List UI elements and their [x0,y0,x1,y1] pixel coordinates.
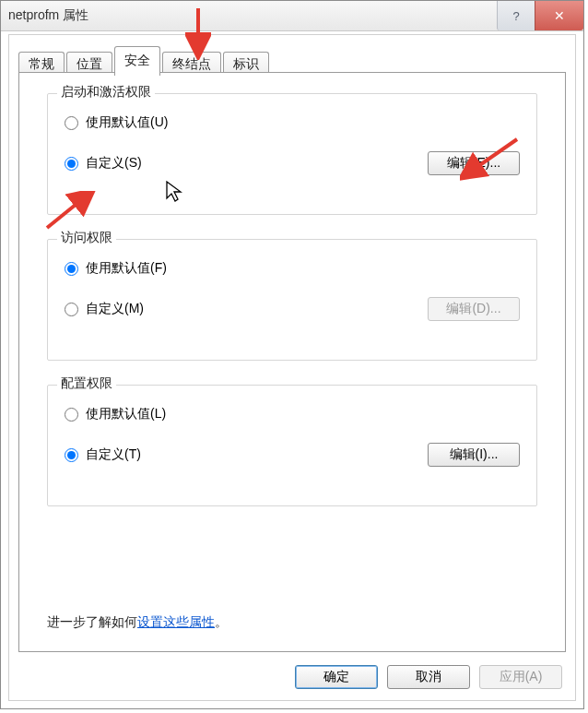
row-custom: 自定义(M) 编辑(D)... [65,297,520,321]
close-button[interactable]: ✕ [535,1,583,30]
help-button[interactable]: ? [497,1,535,30]
group-legend: 访问权限 [57,230,116,246]
row-default: 使用默认值(U) [65,114,520,131]
radio-label: 自定义(M) [86,301,144,317]
dialog-window: netprofm 属性 ? ✕ 常规 位置 安全 终结点 标识 启动和激活权限 … [0,0,584,709]
row-default: 使用默认值(L) [65,406,520,422]
radio-label: 自定义(T) [86,446,141,463]
radio-access-default[interactable]: 使用默认值(F) [65,260,167,277]
window-title: netprofm 属性 [1,7,88,24]
edit-config-button[interactable]: 编辑(I)... [428,443,520,467]
radio-input[interactable] [65,448,78,462]
help-prefix: 进一步了解如何 [47,614,137,629]
radio-config-custom[interactable]: 自定义(T) [65,446,141,463]
dialog-buttons: 确定 取消 应用(A) [295,665,562,689]
radio-label: 使用默认值(U) [86,114,168,131]
radio-input[interactable] [65,408,78,422]
radio-input[interactable] [65,303,78,316]
radio-input[interactable] [65,262,78,276]
help-link-line: 进一步了解如何设置这些属性。 [47,614,228,631]
radio-config-default[interactable]: 使用默认值(L) [65,406,166,422]
titlebar-buttons: ? ✕ [497,1,583,30]
group-config: 配置权限 使用默认值(L) 自定义(T) 编辑(I)... [47,385,537,506]
group-access: 访问权限 使用默认值(F) 自定义(M) 编辑(D)... [47,239,537,361]
tab-pane-security: 启动和激活权限 使用默认值(U) 自定义(S) 编辑(E)... [18,72,566,652]
radio-access-custom[interactable]: 自定义(M) [65,301,144,317]
radio-label: 使用默认值(L) [86,406,166,422]
group-legend: 启动和激活权限 [57,84,155,101]
help-suffix: 。 [215,614,228,629]
edit-launch-button[interactable]: 编辑(E)... [428,151,520,175]
radio-input[interactable] [65,116,78,130]
row-default: 使用默认值(F) [65,260,520,277]
titlebar: netprofm 属性 ? ✕ [1,1,583,31]
help-link[interactable]: 设置这些属性 [137,614,215,629]
cancel-button[interactable]: 取消 [387,665,470,689]
radio-launch-custom[interactable]: 自定义(S) [65,155,142,172]
radio-label: 自定义(S) [86,155,142,172]
radio-launch-default[interactable]: 使用默认值(U) [65,114,168,131]
radio-input[interactable] [65,157,78,171]
tab-security[interactable]: 安全 [114,46,160,76]
radio-label: 使用默认值(F) [86,260,167,277]
apply-button: 应用(A) [479,665,562,689]
ok-button[interactable]: 确定 [295,665,378,689]
row-custom: 自定义(S) 编辑(E)... [65,151,520,175]
group-legend: 配置权限 [57,375,116,392]
client-area: 常规 位置 安全 终结点 标识 启动和激活权限 使用默认值(U) [8,34,576,701]
row-custom: 自定义(T) 编辑(I)... [65,443,520,467]
group-launch-activation: 启动和激活权限 使用默认值(U) 自定义(S) 编辑(E)... [47,93,537,215]
edit-access-button: 编辑(D)... [428,297,520,321]
